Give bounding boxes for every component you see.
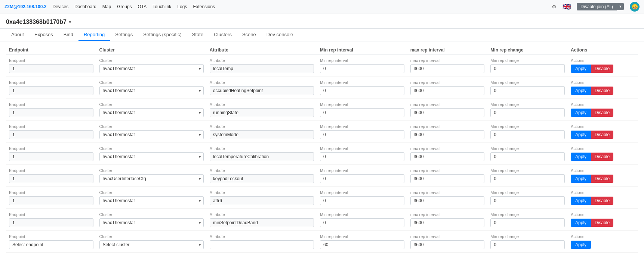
cluster-select[interactable]: hvacThermostat hvacThermostat hvacUserIn… — [99, 218, 204, 227]
nav-logs[interactable]: Logs — [177, 4, 187, 9]
min-rep-input[interactable] — [320, 240, 404, 249]
attribute-input[interactable] — [210, 108, 314, 117]
table-row: hvacThermostat hvacThermostat hvacUserIn… — [6, 129, 638, 143]
nav-map[interactable]: Map — [102, 4, 111, 9]
min-rep-label: Min rep interval — [317, 209, 407, 218]
min-change-input[interactable] — [490, 152, 565, 161]
max-rep-input[interactable] — [410, 130, 485, 139]
cluster-select[interactable]: hvacThermostat hvacThermostat hvacUserIn… — [99, 130, 204, 139]
endpoint-input[interactable] — [9, 130, 93, 139]
disable-button[interactable]: Disable — [591, 219, 613, 227]
attribute-label: Attribute — [207, 165, 317, 174]
nav-extensions[interactable]: Extensions — [193, 4, 215, 9]
cluster-select[interactable]: hvacThermostat hvacThermostat hvacUserIn… — [99, 108, 204, 117]
endpoint-input[interactable] — [9, 86, 93, 95]
max-rep-input[interactable] — [410, 196, 485, 205]
device-title-button[interactable]: 0xa4c138368b0170b7 ▾ — [6, 19, 638, 25]
cluster-select[interactable]: hvacThermostat hvacThermostat hvacUserIn… — [99, 64, 204, 73]
attribute-input[interactable] — [210, 218, 314, 227]
apply-button[interactable]: Apply — [571, 197, 591, 205]
min-change-input[interactable] — [490, 64, 565, 73]
endpoint-input[interactable] — [9, 152, 93, 161]
apply-button[interactable]: Apply — [571, 131, 591, 139]
cluster-select[interactable]: Select cluster hvacThermostat hvacUserIn… — [99, 240, 204, 249]
attribute-input[interactable] — [210, 64, 314, 73]
tab-clusters[interactable]: Clusters — [209, 29, 237, 41]
min-rep-input[interactable] — [320, 108, 404, 117]
disable-button[interactable]: Disable — [591, 87, 613, 95]
attribute-input[interactable] — [210, 152, 314, 161]
min-change-input[interactable] — [490, 86, 565, 95]
apply-button[interactable]: Apply — [571, 65, 591, 73]
disable-button[interactable]: Disable — [591, 65, 613, 73]
apply-button[interactable]: Apply — [571, 219, 591, 227]
min-rep-input[interactable] — [320, 64, 404, 73]
tab-reporting[interactable]: Reporting — [78, 29, 110, 41]
min-rep-input[interactable] — [320, 218, 404, 227]
user-avatar[interactable]: 😀 — [630, 2, 640, 12]
tab-bind[interactable]: Bind — [58, 29, 78, 41]
endpoint-input[interactable] — [9, 174, 93, 183]
join-dropdown-button[interactable]: ▾ — [617, 3, 624, 10]
min-rep-input[interactable] — [320, 152, 404, 161]
max-rep-input[interactable] — [410, 64, 485, 73]
tab-dev-console[interactable]: Dev console — [261, 29, 299, 41]
navbar-brand[interactable]: Z2M@192.168.100.2 — [4, 4, 46, 9]
cluster-select[interactable]: hvacThermostat hvacThermostat hvacUserIn… — [99, 196, 204, 205]
disable-button[interactable]: Disable — [591, 153, 613, 161]
cluster-select[interactable]: hvacThermostat hvacThermostat hvacUserIn… — [99, 152, 204, 161]
endpoint-input[interactable] — [9, 196, 93, 205]
apply-button[interactable]: Apply — [571, 109, 591, 117]
apply-button[interactable]: Apply — [571, 175, 591, 183]
endpoint-input[interactable] — [9, 240, 93, 249]
disable-join-button[interactable]: Disable join (All) — [577, 3, 617, 10]
min-rep-input[interactable] — [320, 130, 404, 139]
apply-button[interactable]: Apply — [571, 153, 591, 161]
max-rep-input[interactable] — [410, 240, 485, 249]
apply-button[interactable]: Apply — [571, 87, 591, 95]
attribute-input[interactable] — [210, 240, 314, 249]
attribute-input[interactable] — [210, 86, 314, 95]
tab-settings[interactable]: Settings — [110, 29, 138, 41]
tab-scene[interactable]: Scene — [237, 29, 261, 41]
max-rep-input[interactable] — [410, 152, 485, 161]
nav-groups[interactable]: Groups — [117, 4, 132, 9]
apply-button[interactable]: Apply — [571, 241, 591, 249]
disable-button[interactable]: Disable — [591, 109, 613, 117]
cluster-select[interactable]: hvacUserInterfaceCfg hvacThermostat hvac… — [99, 174, 204, 183]
max-rep-input[interactable] — [410, 86, 485, 95]
flag-icon[interactable]: 🇬🇧 — [563, 3, 571, 11]
max-rep-input[interactable] — [410, 108, 485, 117]
tab-settings-specific[interactable]: Settings (specific) — [138, 29, 187, 41]
tab-exposes[interactable]: Exposes — [29, 29, 58, 41]
min-rep-input[interactable] — [320, 196, 404, 205]
nav-devices[interactable]: Devices — [52, 4, 68, 9]
max-rep-input[interactable] — [410, 218, 485, 227]
actions-label: Actions — [568, 187, 638, 196]
nav-ota[interactable]: OTA — [138, 4, 147, 9]
endpoint-input[interactable] — [9, 218, 93, 227]
attribute-input[interactable] — [210, 130, 314, 139]
min-change-input[interactable] — [490, 108, 565, 117]
nav-dashboard[interactable]: Dashboard — [74, 4, 96, 9]
tab-state[interactable]: State — [187, 29, 209, 41]
disable-button[interactable]: Disable — [591, 175, 613, 183]
max-rep-input[interactable] — [410, 174, 485, 183]
disable-button[interactable]: Disable — [591, 197, 613, 205]
min-change-input[interactable] — [490, 240, 565, 249]
min-rep-input[interactable] — [320, 174, 404, 183]
disable-button[interactable]: Disable — [591, 131, 613, 139]
nav-touchlink[interactable]: Touchlink — [152, 4, 171, 9]
min-rep-input[interactable] — [320, 86, 404, 95]
cluster-select[interactable]: hvacThermostat hvacThermostat hvacUserIn… — [99, 86, 204, 95]
attribute-input[interactable] — [210, 196, 314, 205]
endpoint-input[interactable] — [9, 64, 93, 73]
endpoint-input[interactable] — [9, 108, 93, 117]
min-change-input[interactable] — [490, 130, 565, 139]
min-change-input[interactable] — [490, 196, 565, 205]
gear-icon[interactable]: ⚙ — [552, 4, 557, 10]
min-change-input[interactable] — [490, 174, 565, 183]
tab-about[interactable]: About — [6, 29, 29, 41]
min-change-input[interactable] — [490, 218, 565, 227]
attribute-input[interactable] — [210, 174, 314, 183]
